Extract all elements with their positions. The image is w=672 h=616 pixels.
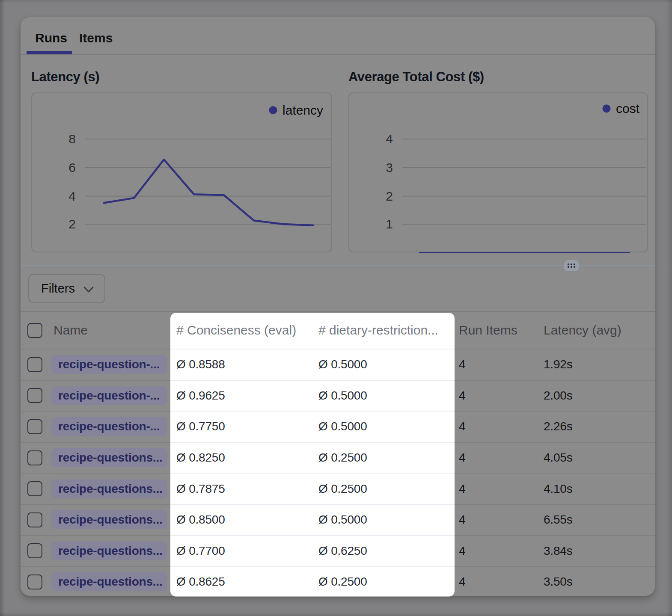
svg-text:8: 8 [68, 132, 76, 146]
svg-text:1: 1 [386, 217, 393, 231]
svg-text:4: 4 [386, 132, 393, 146]
svg-text:2: 2 [68, 217, 76, 231]
svg-text:2: 2 [386, 189, 393, 203]
svg-text:cost: cost [616, 101, 640, 116]
svg-text:4: 4 [68, 189, 76, 203]
svg-text:6: 6 [68, 160, 76, 175]
svg-text:latency: latency [282, 103, 323, 117]
svg-text:3: 3 [386, 160, 393, 175]
